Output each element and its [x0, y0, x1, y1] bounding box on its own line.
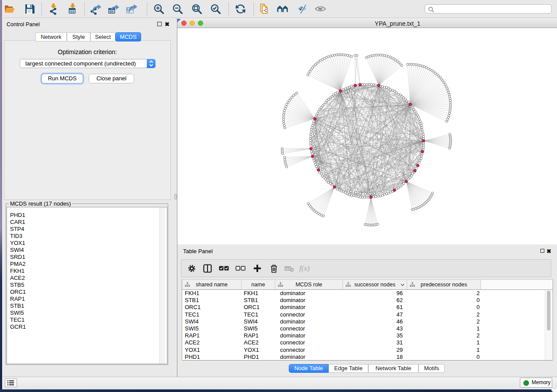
- svg-text:f(x): f(x): [299, 264, 310, 272]
